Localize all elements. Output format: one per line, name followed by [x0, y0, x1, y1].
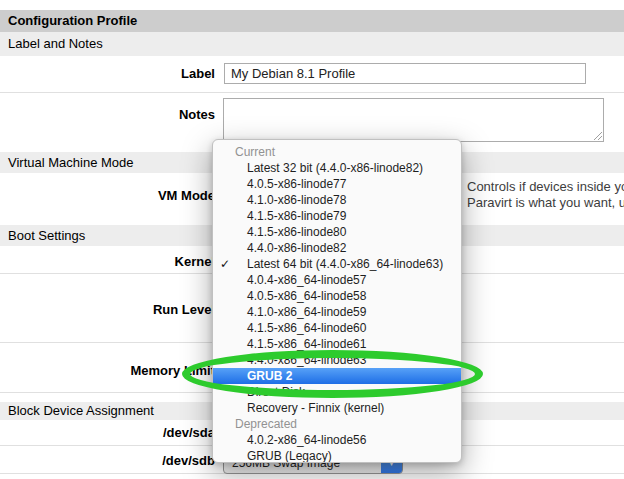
configuration-profile-page: Configuration Profile Label and Notes La… — [0, 0, 624, 479]
dropdown-item-label: 4.1.0-x86_64-linode59 — [247, 305, 366, 319]
dropdown-item-label: Latest 32 bit (4.4.0-x86-linode82) — [247, 161, 423, 175]
run-level-label: Run Level — [0, 302, 215, 318]
dropdown-item-label: Deprecated — [235, 417, 297, 431]
dropdown-item[interactable]: ✓Latest 64 bit (4.4.0-x86_64-linode63) — [213, 256, 461, 272]
label-input[interactable] — [224, 63, 586, 84]
dropdown-item-label: 4.1.0-x86-linode78 — [247, 193, 346, 207]
vm-mode-help-line1: Controls if devices inside your — [467, 179, 624, 195]
dropdown-item[interactable]: 4.1.5-x86-linode80 — [213, 224, 461, 240]
vm-mode-help-line2: Paravirt is what you want, unle — [467, 195, 624, 211]
dropdown-item[interactable]: 4.0.5-x86-linode77 — [213, 176, 461, 192]
page-title: Configuration Profile — [0, 10, 624, 32]
dropdown-item[interactable]: 4.0.5-x86_64-linode58 — [213, 288, 461, 304]
dropdown-item-label: Current — [235, 145, 275, 159]
dropdown-item[interactable]: 4.1.0-x86_64-linode59 — [213, 304, 461, 320]
dropdown-item[interactable]: Recovery - Finnix (kernel) — [213, 400, 461, 416]
dropdown-item[interactable]: GRUB (Legacy) — [213, 448, 461, 463]
dropdown-item[interactable]: 4.1.0-x86-linode78 — [213, 192, 461, 208]
dropdown-item[interactable]: 4.1.5-x86-linode79 — [213, 208, 461, 224]
dropdown-item[interactable]: 4.1.5-x86_64-linode60 — [213, 320, 461, 336]
dropdown-item[interactable]: 4.4.0-x86-linode82 — [213, 240, 461, 256]
annotation-ellipse-highlight — [182, 350, 483, 398]
dropdown-item[interactable]: Latest 32 bit (4.4.0-x86-linode82) — [213, 160, 461, 176]
notes-textarea[interactable] — [223, 98, 604, 142]
dev-sda-label: /dev/sda — [0, 425, 215, 441]
dropdown-item-label: 4.1.5-x86-linode80 — [247, 225, 346, 239]
dropdown-item-label: 4.0.2-x86_64-linode56 — [247, 433, 366, 447]
kernel-label: Kernel — [0, 254, 215, 270]
dropdown-item-label: 4.1.5-x86_64-linode61 — [247, 337, 366, 351]
resize-handle-icon[interactable] — [592, 130, 602, 140]
dropdown-item-label: Recovery - Finnix (kernel) — [247, 401, 384, 415]
dropdown-item-label: 4.1.5-x86-linode79 — [247, 209, 346, 223]
dropdown-item-label: Latest 64 bit (4.4.0-x86_64-linode63) — [247, 257, 443, 271]
label-field-label: Label — [0, 66, 215, 82]
checkmark-icon: ✓ — [220, 256, 230, 272]
dropdown-item[interactable]: 4.0.4-x86_64-linode57 — [213, 272, 461, 288]
dropdown-item-label: GRUB (Legacy) — [247, 449, 332, 463]
dropdown-item-label: 4.0.5-x86-linode77 — [247, 177, 346, 191]
kernel-dropdown-menu[interactable]: CurrentLatest 32 bit (4.4.0-x86-linode82… — [212, 139, 462, 463]
dropdown-item-label: 4.4.0-x86-linode82 — [247, 241, 346, 255]
dropdown-item-label: 4.0.5-x86_64-linode58 — [247, 289, 366, 303]
dev-sdb-label: /dev/sdb — [0, 453, 215, 469]
dropdown-group-header: Deprecated — [213, 416, 461, 432]
dropdown-item-label: 4.1.5-x86_64-linode60 — [247, 321, 366, 335]
divider — [0, 92, 624, 93]
dropdown-item[interactable]: 4.0.2-x86_64-linode56 — [213, 432, 461, 448]
notes-field-label: Notes — [0, 107, 215, 123]
dropdown-group-header: Current — [213, 144, 461, 160]
section-header-label-and-notes: Label and Notes — [0, 32, 624, 56]
dropdown-item-label: 4.0.4-x86_64-linode57 — [247, 273, 366, 287]
vm-mode-label: VM Mode — [0, 188, 215, 204]
